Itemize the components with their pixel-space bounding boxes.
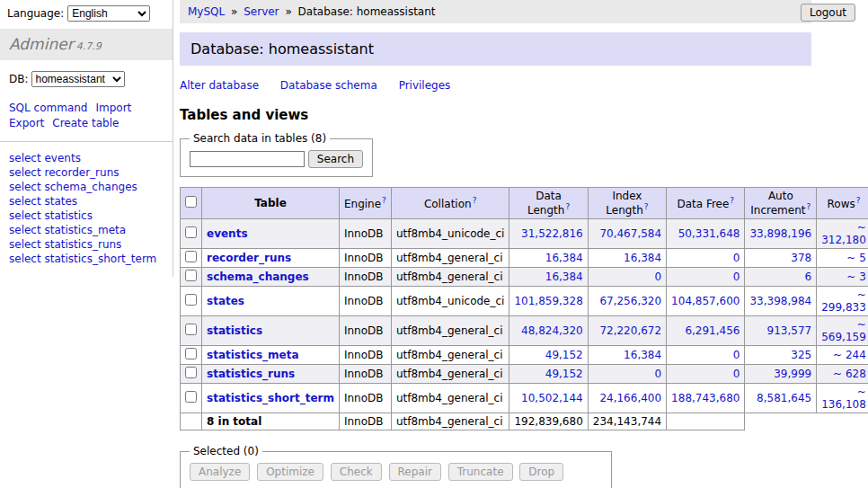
sidebar-table-item: select recorder_runs	[9, 165, 164, 180]
select-table-link[interactable]: select statistics	[9, 209, 93, 222]
auto-increment-link[interactable]: 33,398,984	[749, 295, 811, 307]
select-table-link[interactable]: select schema_changes	[9, 181, 137, 193]
table-name-link[interactable]: statistics_short_term	[207, 392, 334, 404]
data-free-link[interactable]: 188,743,680	[671, 392, 740, 404]
sql-command-link[interactable]: SQL command	[9, 102, 87, 114]
row-checkbox[interactable]	[185, 226, 197, 238]
adminer-logo-link[interactable]: Adminer	[9, 35, 74, 53]
select-table-link[interactable]: select statistics_runs	[9, 238, 121, 251]
row-checkbox[interactable]	[185, 367, 197, 378]
search-input[interactable]	[190, 151, 305, 167]
truncate-button[interactable]: Truncate	[448, 463, 513, 481]
auto-increment-link[interactable]: 39,999	[774, 368, 811, 380]
select-table-link[interactable]: select events	[9, 152, 81, 164]
table-name-link[interactable]: recorder_runs	[207, 252, 291, 264]
rows-count-link[interactable]: ~ 3	[846, 271, 866, 283]
breadcrumb-mysql-link[interactable]: MySQL	[188, 5, 225, 18]
data-free-link[interactable]: 0	[733, 271, 740, 283]
row-checkbox[interactable]	[185, 294, 197, 306]
auto-increment-link[interactable]: 325	[791, 349, 811, 361]
auto-increment-link[interactable]: 6	[805, 271, 812, 283]
data-free-link[interactable]: 0	[733, 252, 740, 264]
rows-count-link[interactable]: ~ 628	[833, 368, 866, 380]
data-free-link[interactable]: 0	[733, 349, 740, 361]
row-checkbox[interactable]	[185, 270, 197, 281]
table-name-link[interactable]: states	[207, 295, 244, 307]
help-icon[interactable]: ?	[730, 196, 734, 205]
help-icon[interactable]: ?	[473, 196, 477, 205]
index-length-link[interactable]: 72,220,672	[599, 324, 661, 337]
column-header-table: Table	[202, 188, 340, 219]
data-free-link[interactable]: 6,291,456	[685, 324, 740, 337]
selected-actions: Analyze Optimize Check Repair Truncate D…	[190, 463, 602, 481]
db-select[interactable]: homeassistant	[31, 71, 125, 87]
export-link[interactable]: Export	[9, 117, 44, 129]
data-length-link[interactable]: 101,859,328	[514, 295, 582, 307]
import-link[interactable]: Import	[95, 102, 131, 114]
auto-increment-link[interactable]: 913,577	[767, 324, 812, 337]
help-icon[interactable]: ?	[856, 196, 861, 205]
select-table-link[interactable]: select states	[9, 195, 77, 208]
auto-increment-link[interactable]: 8,581,645	[757, 392, 811, 404]
analyze-button[interactable]: Analyze	[190, 463, 250, 481]
table-name-link[interactable]: statistics_runs	[207, 368, 295, 380]
data-length-link[interactable]: 49,152	[545, 349, 583, 361]
rows-count-link[interactable]: ~ 569,159	[821, 318, 866, 343]
table-name-link[interactable]: statistics	[207, 324, 262, 337]
help-icon[interactable]: ?	[565, 202, 570, 211]
alter-database-link[interactable]: Alter database	[180, 79, 259, 92]
index-length-link[interactable]: 67,256,320	[599, 295, 661, 307]
index-length-link[interactable]: 24,166,400	[599, 392, 661, 404]
index-length-link[interactable]: 70,467,584	[599, 227, 661, 240]
table-row: statistics_meta InnoDB utf8mb4_general_c…	[181, 346, 868, 365]
rows-count-link[interactable]: ~ 244	[833, 349, 866, 361]
index-length-link[interactable]: 16,384	[624, 252, 661, 264]
search-button[interactable]: Search	[308, 150, 363, 168]
help-icon[interactable]: ?	[382, 196, 386, 205]
language-select[interactable]: English	[67, 5, 150, 22]
data-free-link[interactable]: 0	[733, 368, 740, 380]
row-checkbox[interactable]	[185, 324, 197, 335]
data-length-link[interactable]: 48,824,320	[521, 324, 583, 337]
data-length-link[interactable]: 31,522,816	[521, 227, 583, 240]
auto-increment-link[interactable]: 33,898,196	[749, 227, 811, 240]
total-data-length: 192,839,680	[509, 413, 588, 430]
optimize-button[interactable]: Optimize	[257, 463, 323, 481]
table-name-link[interactable]: schema_changes	[207, 271, 309, 283]
repair-button[interactable]: Repair	[389, 463, 441, 481]
help-icon[interactable]: ?	[644, 202, 649, 211]
table-name-link[interactable]: events	[207, 227, 248, 240]
check-button[interactable]: Check	[331, 463, 382, 481]
breadcrumb-server-link[interactable]: Server	[244, 5, 279, 18]
create-table-sidebar-link[interactable]: Create table	[52, 117, 119, 129]
table-name-link[interactable]: statistics_meta	[207, 349, 299, 361]
data-free-link[interactable]: 50,331,648	[678, 227, 740, 240]
data-free-link[interactable]: 104,857,600	[671, 295, 740, 307]
data-length-link[interactable]: 49,152	[545, 368, 583, 380]
rows-count-link[interactable]: ~ 136,108	[821, 386, 866, 411]
index-length-link[interactable]: 16,384	[624, 349, 661, 361]
rows-count-link[interactable]: ~ 312,180	[821, 221, 866, 246]
select-all-checkbox[interactable]	[185, 196, 197, 208]
rows-count-link[interactable]: ~ 299,833	[821, 288, 866, 314]
logout-button[interactable]: Logout	[801, 4, 855, 22]
rows-count-link[interactable]: ~ 5	[846, 252, 866, 264]
select-table-link[interactable]: select recorder_runs	[9, 166, 120, 179]
data-length-link[interactable]: 10,502,144	[521, 392, 583, 404]
row-checkbox[interactable]	[185, 348, 197, 359]
data-length-link[interactable]: 16,384	[545, 271, 583, 283]
privileges-link[interactable]: Privileges	[399, 79, 451, 92]
row-checkbox[interactable]	[185, 251, 197, 262]
index-length-link[interactable]: 0	[654, 368, 661, 380]
language-row: Language:English	[0, 0, 173, 26]
help-icon[interactable]: ?	[807, 202, 811, 211]
auto-increment-link[interactable]: 378	[791, 252, 811, 264]
drop-button[interactable]: Drop	[519, 463, 563, 481]
index-length-link[interactable]: 0	[654, 271, 661, 283]
row-checkbox[interactable]	[185, 391, 197, 403]
data-length-link[interactable]: 16,384	[545, 252, 583, 264]
database-schema-link[interactable]: Database schema	[280, 79, 377, 92]
select-table-link[interactable]: select statistics_meta	[9, 224, 126, 236]
sidebar-table-item: select schema_changes	[9, 180, 164, 194]
select-table-link[interactable]: select statistics_short_term	[9, 253, 156, 265]
